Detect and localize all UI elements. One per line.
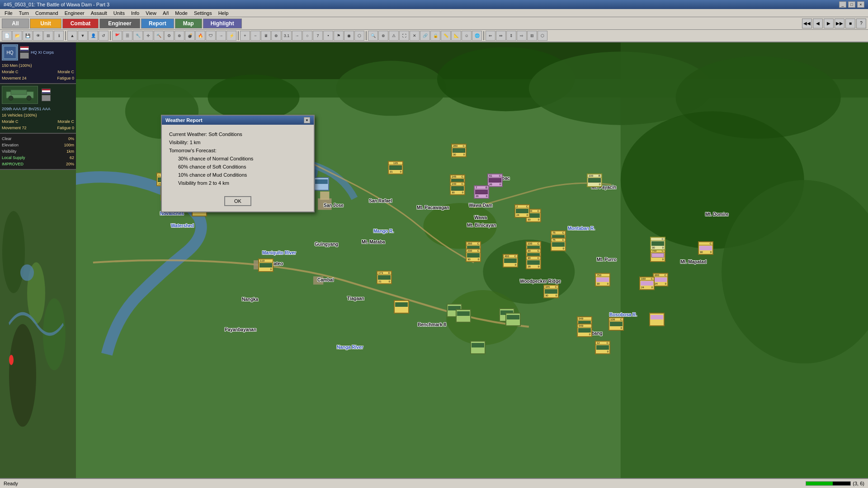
- weather-ok-button[interactable]: OK: [224, 196, 251, 206]
- icon-close[interactable]: ✕: [410, 31, 420, 41]
- unit-counter-61[interactable]: 61C 260: [487, 174, 503, 187]
- unit-counter-173a[interactable]: 173D 210: [377, 271, 392, 284]
- icon-cross[interactable]: ✛: [143, 31, 153, 41]
- menu-settings[interactable]: Settings: [191, 10, 215, 16]
- unit-counter-230[interactable]: 230C 300: [466, 249, 481, 262]
- icon-scale[interactable]: 3.1: [282, 31, 292, 41]
- icon-shield[interactable]: 🛡: [206, 31, 216, 41]
- nav-prev[interactable]: ◀: [813, 19, 823, 28]
- icon-dot[interactable]: •: [323, 31, 333, 41]
- unit-counter-30b[interactable]: 30C 280: [526, 256, 541, 269]
- unit-counter-549b[interactable]: 549 0: [577, 324, 592, 337]
- unit-icon-1[interactable]: HQ: [2, 44, 18, 61]
- tab-unit[interactable]: Unit: [30, 19, 61, 28]
- icon-fire[interactable]: 🔥: [195, 31, 205, 41]
- menu-ai[interactable]: A/I: [160, 10, 171, 16]
- unit-counter-110[interactable]: 110 0: [258, 258, 274, 272]
- unit-counter-green4[interactable]: [505, 313, 521, 326]
- nav-stop[interactable]: ■: [845, 19, 855, 28]
- unit-counter-160[interactable]: 160C 240: [639, 277, 655, 290]
- unit-counter-75b[interactable]: 75C 0: [551, 238, 566, 251]
- minimize-button[interactable]: _: [839, 1, 846, 8]
- icon-expand[interactable]: ⛶: [399, 31, 409, 41]
- icon-search[interactable]: 🔍: [368, 31, 378, 41]
- icon-circle[interactable]: ○: [302, 31, 312, 41]
- menu-engineer[interactable]: Engineer: [62, 10, 87, 16]
- icon-hex2[interactable]: ⬡: [538, 31, 547, 41]
- nav-next[interactable]: ▶: [824, 19, 834, 28]
- icon-arrow[interactable]: →: [216, 31, 226, 41]
- tab-report[interactable]: Report: [141, 19, 174, 28]
- icon-open[interactable]: 📂: [12, 31, 22, 41]
- unit-counter-green2[interactable]: [456, 309, 471, 323]
- icon-arrows[interactable]: ⇔: [496, 31, 506, 41]
- tab-all[interactable]: All: [2, 19, 29, 28]
- unit-counter-750[interactable]: 750C 0: [650, 249, 665, 262]
- tab-highlight[interactable]: Highlight: [203, 19, 242, 28]
- unit-counter-175[interactable]: [394, 300, 409, 314]
- icon-lock[interactable]: 🔒: [430, 31, 440, 41]
- unit-counter-140[interactable]: 140C 300: [450, 182, 465, 195]
- unit-counter-2c[interactable]: 2C 240: [514, 204, 530, 218]
- icon-gear[interactable]: ⚙: [164, 31, 174, 41]
- icon-ruler[interactable]: 📏: [441, 31, 451, 41]
- icon-move-up[interactable]: ▲: [67, 31, 77, 41]
- menu-mode[interactable]: Mode: [172, 10, 190, 16]
- unit-counter-7b[interactable]: 7B 260: [474, 185, 489, 199]
- maximize-button[interactable]: □: [848, 1, 855, 8]
- tab-combat[interactable]: Combat: [62, 19, 99, 28]
- unit-counter-680[interactable]: 680C 240: [653, 273, 668, 286]
- unit-counter-100b[interactable]: 100B 0: [587, 174, 602, 187]
- icon-target[interactable]: ⊕: [175, 31, 184, 41]
- icon-bomb[interactable]: 💣: [185, 31, 195, 41]
- nav-first[interactable]: ◀◀: [802, 19, 812, 28]
- icon-move-down[interactable]: ▼: [78, 31, 88, 41]
- icon-info[interactable]: ℹ: [54, 31, 64, 41]
- unit-counter-345[interactable]: 345C 300: [543, 285, 559, 298]
- icon-zoom-out[interactable]: −: [250, 31, 260, 41]
- icon-eye[interactable]: 👁: [33, 31, 43, 41]
- icon-num7[interactable]: 7: [313, 31, 323, 41]
- tab-engineer[interactable]: Engineer: [99, 19, 140, 28]
- icon-save[interactable]: 💾: [23, 31, 33, 41]
- icon-warn[interactable]: ⚠: [389, 31, 399, 41]
- icon-flag[interactable]: 🚩: [112, 31, 122, 41]
- close-button[interactable]: ×: [857, 1, 864, 8]
- unit-counter-280[interactable]: 280C 300: [451, 144, 467, 157]
- weather-dialog-close-button[interactable]: ×: [304, 117, 310, 123]
- menu-view[interactable]: View: [143, 10, 159, 16]
- unit-counter-108[interactable]: 108C 0: [609, 317, 624, 331]
- icon-arrow3[interactable]: ⇐: [486, 31, 495, 41]
- icon-grid[interactable]: ⊞: [43, 31, 53, 41]
- menu-info[interactable]: Info: [128, 10, 142, 16]
- icon-person[interactable]: 👤: [88, 31, 98, 41]
- icon-zoom-in[interactable]: +: [240, 31, 250, 41]
- unit-counter-bottom-green[interactable]: [470, 341, 486, 354]
- nav-last[interactable]: ▶▶: [835, 19, 844, 28]
- menu-file[interactable]: File: [2, 10, 15, 16]
- icon-tools[interactable]: 🔧: [133, 31, 143, 41]
- icon-new[interactable]: 📄: [2, 31, 12, 41]
- icon-fence[interactable]: ⚡: [226, 31, 236, 41]
- title-bar-controls[interactable]: _ □ ×: [839, 1, 864, 8]
- unit-counter-460[interactable]: 460C 0: [503, 254, 518, 267]
- menu-command[interactable]: Command: [33, 10, 61, 16]
- icon-contract[interactable]: ⇨: [517, 31, 527, 41]
- icon-expand2[interactable]: ⇕: [506, 31, 516, 41]
- unit-counter-750b[interactable]: 750 300: [595, 273, 610, 286]
- icon-monitor[interactable]: 🖥: [261, 31, 271, 41]
- icon-hex[interactable]: ⬡: [354, 31, 364, 41]
- nav-help[interactable]: ?: [856, 19, 866, 28]
- icon-cursor[interactable]: ⊕: [271, 31, 281, 41]
- icon-refresh[interactable]: ↺: [99, 31, 108, 41]
- icon-globe[interactable]: 🌐: [472, 31, 482, 41]
- unit-counter-1276b[interactable]: C 300: [698, 241, 713, 255]
- icon-grid2[interactable]: ⊞: [527, 31, 537, 41]
- icon-layers[interactable]: ⊕: [378, 31, 388, 41]
- icon-wrench[interactable]: 🔨: [154, 31, 164, 41]
- menu-units[interactable]: Units: [111, 10, 127, 16]
- icon-smiley[interactable]: ☺: [462, 31, 472, 41]
- icon-arrow2[interactable]: →: [292, 31, 302, 41]
- tab-map[interactable]: Map: [175, 19, 202, 28]
- vehicle-icon[interactable]: [2, 86, 38, 104]
